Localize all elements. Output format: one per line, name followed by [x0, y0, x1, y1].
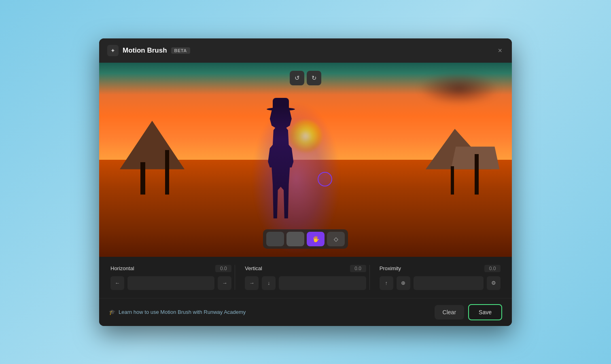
proximity-target-button[interactable]: ⊕	[397, 276, 410, 290]
proximity-slider-row: ↑ ⊕ ⚙	[380, 276, 501, 290]
proximity-up-button[interactable]: ↑	[380, 276, 393, 290]
brush-tool-button[interactable]: 🖐	[307, 232, 325, 246]
close-button[interactable]: ×	[496, 45, 504, 56]
controls-section: Horizontal 0.0 ← → Vertical 0.0 → ↓	[99, 257, 512, 298]
header-left: ✦ Motion Brush BETA	[107, 45, 190, 56]
cactus-2	[165, 150, 169, 195]
vertical-value: 0.0	[350, 265, 366, 272]
horizontal-slider-row: ← →	[110, 276, 231, 290]
brush-icon: ✦	[107, 45, 119, 56]
proximity-control-group: Proximity 0.0 ↑ ⊕ ⚙	[369, 265, 501, 290]
proximity-label: Proximity	[380, 265, 401, 271]
vertical-slider[interactable]	[279, 276, 366, 290]
learn-link[interactable]: 🎓 Learn how to use Motion Brush with Run…	[109, 309, 246, 315]
motion-brush-modal: ✦ Motion Brush BETA ×	[99, 38, 512, 326]
proximity-slider[interactable]	[414, 276, 484, 290]
proximity-settings-button[interactable]: ⚙	[487, 276, 501, 290]
eraser-tool-button[interactable]: ◇	[327, 232, 345, 246]
vertical-label-row: Vertical 0.0	[245, 265, 366, 272]
save-button[interactable]: Save	[468, 304, 502, 320]
vertical-control-group: Vertical 0.0 → ↓	[235, 265, 366, 290]
horizontal-slider[interactable]	[127, 276, 214, 290]
horizontal-value: 0.0	[215, 265, 231, 272]
vertical-down-button[interactable]: ↓	[262, 276, 276, 290]
undo-redo-toolbar: ↺ ↻	[290, 71, 321, 85]
learn-text: Learn how to use Motion Brush with Runwa…	[119, 309, 246, 315]
tool-option-1[interactable]	[266, 232, 284, 246]
modal-header: ✦ Motion Brush BETA ×	[99, 38, 512, 63]
vertical-right-button[interactable]: →	[245, 276, 259, 290]
proximity-label-row: Proximity 0.0	[380, 265, 501, 272]
cowboy-body	[263, 105, 299, 218]
vertical-slider-row: → ↓	[245, 276, 366, 290]
modal-title: Motion Brush	[123, 47, 167, 55]
academy-icon: 🎓	[109, 309, 115, 315]
mountain-left	[120, 121, 201, 169]
beta-badge: BETA	[171, 47, 190, 54]
undo-button[interactable]: ↺	[290, 71, 304, 85]
horizontal-label-row: Horizontal 0.0	[110, 265, 231, 272]
redo-button[interactable]: ↻	[307, 71, 321, 85]
horizontal-left-button[interactable]: ←	[110, 276, 124, 290]
vertical-label: Vertical	[245, 265, 262, 271]
cactus-1	[140, 162, 145, 195]
cactus-3	[475, 154, 479, 195]
horizontal-label: Horizontal	[110, 265, 134, 271]
horizontal-control-group: Horizontal 0.0 ← →	[110, 265, 231, 290]
modal-footer: 🎓 Learn how to use Motion Brush with Run…	[99, 298, 512, 326]
horizontal-right-button[interactable]: →	[218, 276, 231, 290]
tool-option-2[interactable]	[286, 232, 304, 246]
cactus-4	[451, 166, 454, 195]
brush-cursor	[318, 172, 332, 186]
clouds	[418, 72, 499, 105]
clear-button[interactable]: Clear	[435, 305, 464, 320]
cowboy-silhouette	[263, 105, 299, 218]
eraser-icon: ◇	[334, 236, 338, 242]
canvas-toolbar: 🖐 ◇	[263, 229, 348, 249]
proximity-value: 0.0	[484, 265, 501, 272]
footer-actions: Clear Save	[435, 304, 502, 320]
canvas-area[interactable]: ↺ ↻ 🖐 ◇	[99, 63, 512, 257]
brush-hand-icon: 🖐	[312, 236, 319, 242]
